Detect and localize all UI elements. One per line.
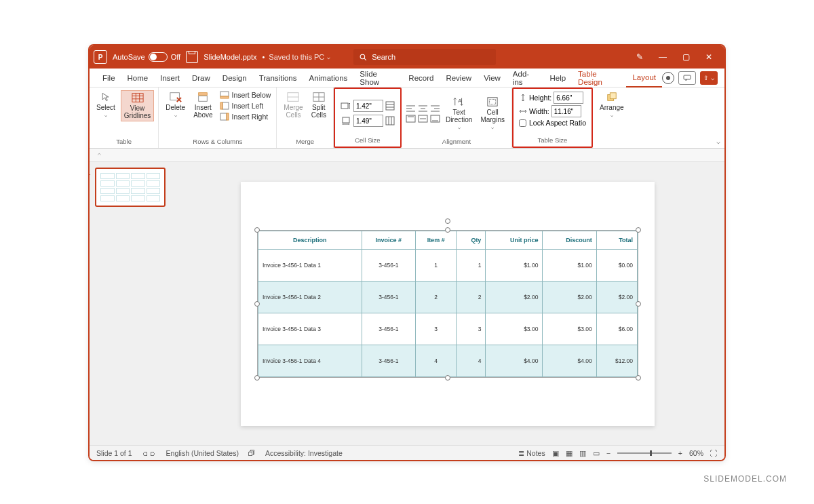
spellcheck-icon[interactable]: ⫏⫐: [142, 449, 157, 457]
table-cell[interactable]: Invoice 3-456-1 Data 3: [258, 313, 362, 345]
insert-right-button[interactable]: Insert Right: [218, 112, 273, 121]
distribute-rows-icon[interactable]: [385, 101, 395, 111]
expand-icon[interactable]: ⌵: [98, 152, 101, 159]
lock-aspect-checkbox[interactable]: Lock Aspect Ratio: [519, 119, 586, 127]
table-height-input[interactable]: 6.66": [554, 92, 583, 104]
insert-left-button[interactable]: Insert Left: [218, 101, 273, 111]
tab-slideshow[interactable]: Slide Show: [353, 69, 402, 88]
table-cell[interactable]: 1: [457, 249, 486, 281]
tab-transitions[interactable]: Transitions: [253, 69, 303, 88]
resize-handle[interactable]: [636, 375, 641, 381]
pen-icon[interactable]: ✎: [628, 47, 651, 66]
align-bottom-icon[interactable]: [430, 115, 440, 123]
table-cell[interactable]: $4.00: [486, 345, 543, 376]
table-cell[interactable]: 1: [416, 249, 457, 281]
table-cell[interactable]: $1.00: [543, 249, 596, 281]
sorter-view-icon[interactable]: ▦: [566, 449, 573, 457]
table-cell[interactable]: 4: [416, 345, 457, 376]
record-indicator-icon[interactable]: [662, 72, 674, 84]
reading-view-icon[interactable]: ▥: [579, 449, 586, 457]
tab-design[interactable]: Design: [216, 69, 253, 88]
tab-draw[interactable]: Draw: [186, 69, 216, 88]
table-header[interactable]: Discount: [543, 231, 596, 249]
tab-addins[interactable]: Add-ins: [507, 69, 544, 88]
align-left-icon[interactable]: [406, 104, 416, 113]
table-selection[interactable]: DescriptionInvoice #Item #QtyUnit priceD…: [257, 230, 638, 378]
table-cell[interactable]: $3.00: [543, 313, 596, 345]
tab-help[interactable]: Help: [543, 69, 572, 88]
resize-handle[interactable]: [636, 301, 641, 307]
table-header[interactable]: Description: [258, 231, 362, 249]
zoom-level[interactable]: 60%: [689, 449, 703, 457]
tab-record[interactable]: Record: [402, 69, 440, 88]
zoom-out[interactable]: −: [606, 449, 610, 457]
delete-button[interactable]: Delete⌵: [163, 90, 188, 119]
maximize-button[interactable]: ▢: [674, 47, 697, 66]
table-cell[interactable]: $1.00: [486, 249, 543, 281]
tab-view[interactable]: View: [478, 69, 507, 88]
slide-counter[interactable]: Slide 1 of 1: [96, 449, 132, 457]
table-header[interactable]: Total: [596, 231, 637, 249]
chevron-down-icon[interactable]: ⌵: [327, 54, 330, 60]
align-middle-icon[interactable]: [418, 115, 428, 123]
zoom-in[interactable]: +: [678, 449, 682, 457]
table-cell[interactable]: Invoice 3-456-1 Data 2: [258, 281, 362, 313]
slide-panel[interactable]: 1: [90, 162, 171, 445]
align-center-icon[interactable]: [418, 104, 428, 113]
save-icon[interactable]: [186, 51, 198, 63]
table-header[interactable]: Qty: [457, 231, 486, 249]
accessibility[interactable]: Accessibility: Investigate: [265, 449, 343, 457]
table-cell[interactable]: 2: [457, 281, 486, 313]
tab-tabledesign[interactable]: Table Design: [572, 69, 626, 88]
merge-cells-button[interactable]: Merge Cells: [281, 90, 305, 120]
select-button[interactable]: Select⌵: [94, 90, 118, 119]
normal-view-icon[interactable]: ▣: [552, 449, 559, 457]
table-header[interactable]: Item #: [416, 231, 457, 249]
resize-handle[interactable]: [636, 227, 641, 233]
table-row[interactable]: Invoice 3-456-1 Data 23-456-122$2.00$2.0…: [258, 281, 638, 313]
table-cell[interactable]: $6.00: [596, 313, 637, 345]
share-button[interactable]: ⇧ ⌵: [700, 71, 718, 85]
table-cell[interactable]: 3: [416, 313, 457, 345]
table-cell[interactable]: Invoice 3-456-1 Data 4: [258, 345, 362, 376]
table-cell[interactable]: $0.00: [596, 249, 637, 281]
zoom-slider[interactable]: [617, 452, 672, 454]
tab-insert[interactable]: Insert: [154, 69, 186, 88]
insert-above-button[interactable]: Insert Above: [191, 90, 215, 120]
table-row[interactable]: Invoice 3-456-1 Data 33-456-133$3.00$3.0…: [258, 313, 638, 345]
align-top-icon[interactable]: [406, 115, 416, 123]
arrange-button[interactable]: Arrange⌵: [597, 90, 627, 119]
resize-handle[interactable]: [254, 375, 260, 381]
tab-animations[interactable]: Animations: [303, 69, 353, 88]
table-cell[interactable]: $2.00: [596, 281, 637, 313]
table-cell[interactable]: $4.00: [543, 345, 596, 376]
cell-height-input[interactable]: 1.42": [353, 100, 383, 112]
comments-button[interactable]: [678, 71, 696, 85]
table-cell[interactable]: 2: [416, 281, 457, 313]
filename[interactable]: SlideModel.pptx: [204, 53, 256, 61]
resize-handle[interactable]: [254, 301, 260, 307]
table-cell[interactable]: 3-456-1: [362, 313, 415, 345]
insert-below-button[interactable]: Insert Below: [218, 90, 273, 100]
notes-button[interactable]: ≣ Notes: [518, 449, 545, 457]
distribute-cols-icon[interactable]: [385, 116, 395, 125]
table-header[interactable]: Invoice #: [362, 231, 415, 249]
tab-file[interactable]: File: [96, 69, 121, 88]
autosave-toggle[interactable]: AutoSave Off: [113, 52, 180, 62]
table-cell[interactable]: 3-456-1: [362, 281, 415, 313]
slide-canvas[interactable]: DescriptionInvoice #Item #QtyUnit priceD…: [171, 162, 724, 445]
view-gridlines-button[interactable]: View Gridlines: [121, 90, 154, 121]
close-button[interactable]: ✕: [697, 47, 720, 66]
slide-thumbnail[interactable]: [95, 168, 166, 207]
collapse-ribbon-icon[interactable]: ⌵: [716, 138, 720, 145]
table-cell[interactable]: 4: [457, 345, 486, 376]
split-cells-button[interactable]: Split Cells: [309, 90, 329, 120]
minimize-button[interactable]: —: [651, 47, 674, 66]
table-cell[interactable]: Invoice 3-456-1 Data 1: [258, 249, 362, 281]
text-direction-button[interactable]: A Text Direction⌵: [443, 95, 475, 132]
data-table[interactable]: DescriptionInvoice #Item #QtyUnit priceD…: [258, 231, 638, 377]
rotate-handle[interactable]: [445, 218, 450, 224]
table-cell[interactable]: $12.00: [596, 345, 637, 376]
table-width-input[interactable]: 11.16": [551, 105, 581, 117]
table-row[interactable]: Invoice 3-456-1 Data 13-456-111$1.00$1.0…: [258, 249, 638, 281]
